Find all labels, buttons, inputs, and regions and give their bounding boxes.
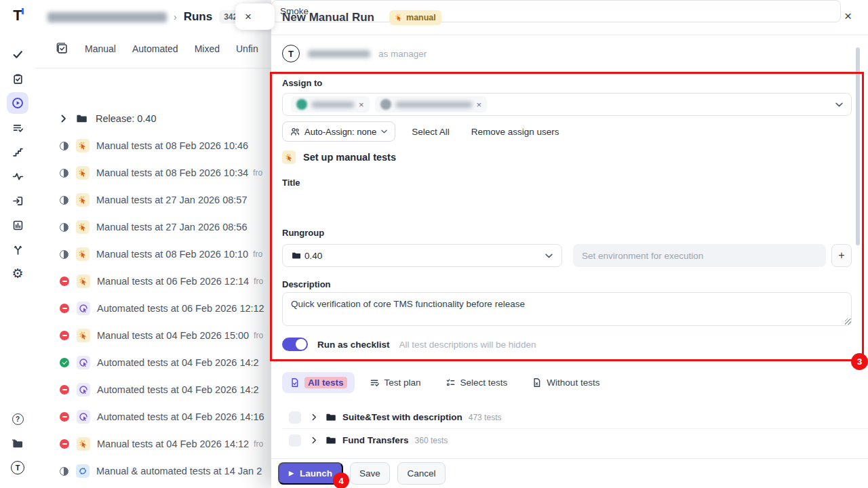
- tab-all-tests[interactable]: All tests: [282, 372, 355, 393]
- run-list-item[interactable]: Manual tests at 04 Feb 2026 15:00fro: [41, 322, 271, 349]
- folder-row[interactable]: Release: 0.40: [41, 105, 271, 132]
- run-list-item[interactable]: Manual tests at 08 Feb 2026 10:34fro: [41, 159, 271, 186]
- run-suffix: fro: [254, 439, 263, 449]
- modal-close-icon[interactable]: ×: [844, 9, 852, 22]
- suite-checkbox[interactable]: [289, 411, 301, 424]
- run-as-checklist-row: Run as checklist All test descriptions w…: [282, 337, 536, 352]
- tab-test-plan[interactable]: Test plan: [370, 378, 421, 388]
- run-list-item[interactable]: Automated tests at 06 Feb 2026 12:12: [41, 295, 271, 322]
- tab-select-tests[interactable]: Select tests: [446, 378, 508, 388]
- assignee-avatar: [296, 99, 307, 110]
- chevron-down-icon[interactable]: [835, 102, 843, 107]
- assignee-chip[interactable]: ×: [375, 96, 488, 113]
- run-type-badge: manual: [389, 10, 441, 25]
- modal-title: New Manual Run: [282, 11, 374, 24]
- suite-row[interactable]: Fund Transfers 360 tests: [271, 429, 868, 451]
- description-textarea[interactable]: Quick verification of core TMS functiona…: [282, 292, 852, 326]
- resize-grip-icon[interactable]: [845, 319, 851, 325]
- run-list-item[interactable]: Manual & automated tests at 14 Jan 2: [41, 458, 271, 485]
- run-title: Manual tests at 27 Jan 2026 08:56: [96, 222, 248, 232]
- assignee-chip[interactable]: ×: [291, 96, 370, 113]
- rungroup-dropdown[interactable]: 0.40: [282, 244, 562, 267]
- remove-chip-icon[interactable]: ×: [477, 100, 482, 110]
- profile-avatar: T: [11, 461, 24, 474]
- assignee-name-redacted: [396, 102, 472, 108]
- chevron-down-icon: [545, 253, 553, 258]
- chevron-right-icon[interactable]: [312, 436, 317, 444]
- tab-without-tests[interactable]: Without tests: [532, 378, 599, 388]
- play-icon: ▶: [289, 470, 294, 476]
- remove-chip-icon[interactable]: ×: [359, 100, 364, 110]
- sidebar-item-projects[interactable]: [7, 432, 28, 454]
- run-list: Release: 0.40 Manual tests at 08 Feb 202…: [41, 105, 271, 485]
- tab-automated[interactable]: Automated: [132, 43, 178, 54]
- status-failed-icon: [60, 304, 69, 313]
- remove-assign-users-link[interactable]: Remove assign users: [471, 127, 559, 137]
- status-in-progress-icon: [60, 467, 68, 476]
- checklist-icon: [446, 378, 456, 388]
- auto-assign-button[interactable]: Auto-Assign: none: [282, 121, 395, 142]
- test-selection-tabs: All tests Test plan Select tests Without…: [282, 371, 599, 393]
- suite-checkbox[interactable]: [289, 434, 301, 447]
- run-list-item[interactable]: Automated tests at 04 Feb 2026 14:2: [41, 349, 271, 376]
- tab-mixed[interactable]: Mixed: [195, 43, 220, 54]
- add-environment-button[interactable]: +: [831, 244, 852, 267]
- run-list-item[interactable]: Automated tests at 04 Feb 2026 14:16: [41, 403, 271, 430]
- sidebar-item-settings[interactable]: [7, 263, 28, 285]
- modal-footer: ▶ Launch Save Cancel: [271, 458, 868, 488]
- automated-run-icon: [77, 383, 90, 396]
- sidebar-item-branches[interactable]: [7, 239, 28, 260]
- suite-row[interactable]: Suite&Test with description 473 tests: [271, 406, 868, 428]
- chevron-right-icon[interactable]: [61, 115, 66, 123]
- play-circle-icon: [12, 97, 24, 109]
- run-list-item[interactable]: Manual tests at 06 Feb 2026 12:14fro: [41, 268, 271, 295]
- manager-role-text: as manager: [378, 49, 427, 59]
- run-list-item[interactable]: Manual tests at 27 Jan 2026 08:56: [41, 214, 271, 241]
- run-suffix: fro: [254, 277, 263, 286]
- sidebar-item-activity[interactable]: [7, 165, 28, 187]
- tab-unfinished[interactable]: Unfin: [236, 43, 258, 54]
- run-title: Manual tests at 04 Feb 2026 15:00: [97, 330, 249, 341]
- run-list-item[interactable]: Manual tests at 04 Feb 2026 14:12fro: [41, 430, 271, 458]
- select-runs-icon[interactable]: [56, 42, 68, 55]
- run-list-item[interactable]: Automated tests at 04 Feb 2026 14:2: [41, 376, 271, 403]
- status-in-progress-icon: [60, 223, 68, 232]
- app-sidebar: T T: [0, 0, 35, 488]
- status-failed-icon: [60, 277, 69, 286]
- sidebar-item-milestones[interactable]: [7, 141, 28, 163]
- save-button[interactable]: Save: [350, 462, 390, 485]
- tab-without-tests-label: Without tests: [547, 378, 599, 388]
- sidebar-item-checks[interactable]: [7, 43, 28, 65]
- assign-to-multiselect[interactable]: × ×: [282, 93, 852, 116]
- run-type-badge-label: manual: [406, 13, 436, 22]
- sidebar-item-test-cases[interactable]: [7, 68, 28, 89]
- manual-run-icon: [77, 274, 90, 288]
- launch-button[interactable]: ▶ Launch: [278, 462, 343, 485]
- select-all-link[interactable]: Select All: [412, 127, 450, 137]
- new-manual-run-modal: New Manual Run manual × T as manager Ass…: [271, 0, 868, 488]
- environment-input[interactable]: [573, 244, 826, 267]
- manual-cursor-icon: [282, 150, 296, 164]
- automated-run-icon: [77, 356, 90, 369]
- setup-heading-text: Set up manual tests: [303, 152, 396, 163]
- sidebar-item-import[interactable]: [7, 190, 28, 211]
- breadcrumb-separator: ›: [174, 12, 177, 22]
- sidebar-item-test-plans[interactable]: [7, 117, 28, 138]
- sidebar-item-reports[interactable]: [7, 214, 28, 236]
- run-list-item[interactable]: Manual tests at 27 Jan 2026 08:57: [41, 186, 271, 214]
- modal-scrollbar-thumb[interactable]: [856, 47, 860, 245]
- checklist-hint: All test descriptions will be hidden: [399, 340, 536, 350]
- automated-run-icon: [77, 302, 90, 315]
- runs-page-background: › Runs 342 Manual Automated Mixed Unfin …: [35, 0, 271, 488]
- sidebar-item-help[interactable]: [7, 408, 28, 430]
- close-icon[interactable]: ×: [245, 10, 252, 24]
- run-list-item[interactable]: Manual tests at 08 Feb 2026 10:46: [41, 132, 271, 159]
- chevron-right-icon[interactable]: [312, 413, 317, 421]
- sidebar-item-profile[interactable]: T: [7, 457, 28, 479]
- sidebar-item-runs[interactable]: [7, 92, 28, 114]
- run-list-item[interactable]: Manual tests at 08 Feb 2026 10:10fro: [41, 241, 271, 268]
- checklist-toggle[interactable]: [282, 338, 308, 351]
- cancel-button[interactable]: Cancel: [397, 462, 446, 485]
- tab-manual[interactable]: Manual: [85, 43, 116, 54]
- manager-name-redacted: [308, 50, 370, 58]
